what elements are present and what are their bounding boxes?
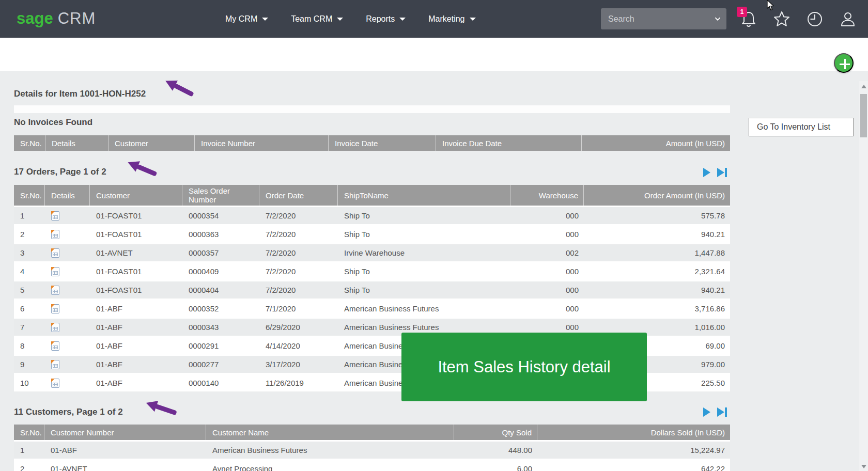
purple-arrow-icon <box>144 398 179 418</box>
table-cell: 7/2/2020 <box>259 263 338 280</box>
table-cell: 0000343 <box>182 319 259 336</box>
table-cell: 0000357 <box>182 244 259 261</box>
order-details-button[interactable] <box>45 337 90 354</box>
table-cell: 4 <box>14 263 45 280</box>
customers-pagination <box>702 407 728 417</box>
column-header: Customer Name <box>206 425 454 440</box>
table-cell: 01-ABF <box>90 319 182 336</box>
next-page-icon[interactable] <box>702 407 711 417</box>
vertical-scrollbar[interactable] <box>859 81 868 471</box>
orders-pagination <box>702 167 728 178</box>
column-header: Sr.No. <box>14 185 45 206</box>
order-details-button[interactable] <box>45 207 90 224</box>
column-header: Invoice Due Date <box>436 135 582 151</box>
invoices-heading: No Invoices Found <box>14 117 92 128</box>
table-cell: 3 <box>14 244 45 261</box>
scrollbar-thumb[interactable] <box>860 94 867 137</box>
menu-label: Team CRM <box>291 14 332 24</box>
table-cell: Ship To <box>338 281 510 299</box>
menu-reports[interactable]: Reports <box>366 14 406 24</box>
table-cell: 000 <box>510 281 584 299</box>
document-icon <box>51 323 59 332</box>
purple-arrow-icon <box>162 75 196 100</box>
table-row: 401-FOAST0100004097/2/2020Ship To0002,32… <box>14 261 730 280</box>
table-cell: 0000291 <box>182 337 259 354</box>
scroll-down-button[interactable] <box>859 462 868 471</box>
table-cell: 002 <box>510 244 584 261</box>
table-cell: 01-ABF <box>90 300 182 317</box>
document-icon <box>51 304 59 313</box>
document-icon <box>51 286 59 295</box>
add-new-button[interactable] <box>834 53 854 73</box>
triangle-up-icon <box>861 85 866 88</box>
notification-badge: 1 <box>737 7 747 17</box>
table-cell: 01-AVNET <box>44 460 206 471</box>
scroll-up-button[interactable] <box>859 82 868 91</box>
menu-label: Reports <box>366 14 395 24</box>
table-cell: 01-ABF <box>90 337 182 354</box>
table-cell: 01-FOAST01 <box>90 263 182 280</box>
table-cell: 448.00 <box>454 442 537 459</box>
customers-table: Sr.No.Customer NumberCustomer NameQty So… <box>14 425 730 471</box>
table-cell: 0000140 <box>182 374 259 391</box>
empty-invoice-strip <box>14 105 730 113</box>
orders-heading: 17 Orders, Page 1 of 2 <box>14 167 106 177</box>
sage-crm-logo[interactable]: sage CRM <box>17 9 96 28</box>
toolbar-band <box>0 38 868 71</box>
table-cell: Ship To <box>338 263 510 280</box>
table-cell: 2,321.64 <box>584 263 730 280</box>
order-details-button[interactable] <box>45 244 90 261</box>
menu-label: My CRM <box>225 14 257 24</box>
column-header: Qty Sold <box>454 425 537 440</box>
order-details-button[interactable] <box>45 319 90 336</box>
go-to-inventory-button[interactable]: Go To Inventory List <box>749 118 854 136</box>
menu-my-crm[interactable]: My CRM <box>225 14 268 24</box>
table-header-row: Sr.No.DetailsCustomerInvoice NumberInvoi… <box>14 135 730 151</box>
table-cell: 3/17/2020 <box>259 356 338 373</box>
document-icon <box>51 211 59 221</box>
table-cell: 000 <box>510 263 584 280</box>
table-cell: 6 <box>14 300 45 317</box>
search-input[interactable] <box>601 14 715 24</box>
column-header: Sr.No. <box>14 135 45 151</box>
table-cell: 01-ABF <box>44 442 206 459</box>
next-page-icon[interactable] <box>702 167 711 178</box>
menu-team-crm[interactable]: Team CRM <box>291 14 343 24</box>
table-cell: Irvine Warehouse <box>338 244 510 261</box>
order-details-button[interactable] <box>45 226 90 243</box>
clock-icon <box>807 11 823 27</box>
column-header: Customer Number <box>44 425 206 440</box>
table-cell: 01-FOAST01 <box>90 207 182 224</box>
menu-marketing[interactable]: Marketing <box>428 14 475 24</box>
order-details-button[interactable] <box>45 356 90 373</box>
table-cell: 940.21 <box>584 281 730 299</box>
order-details-button[interactable] <box>45 281 90 299</box>
table-cell: American Business Futures <box>206 442 454 459</box>
order-details-button[interactable] <box>45 300 90 317</box>
recent-button[interactable] <box>806 10 824 28</box>
table-cell: 7/1/2020 <box>259 300 338 317</box>
table-cell: Ship To <box>338 207 510 224</box>
table-cell: 5 <box>14 281 45 299</box>
order-details-button[interactable] <box>45 374 90 391</box>
favorites-button[interactable] <box>773 10 791 28</box>
notifications-button[interactable]: 1 <box>740 10 757 28</box>
column-header: Sales Order Number <box>182 185 259 206</box>
chevron-down-icon[interactable] <box>715 15 720 23</box>
table-cell: 01-FOAST01 <box>90 226 182 243</box>
table-row: 601-ABF00003527/1/2020American Business … <box>14 299 730 317</box>
chevron-down-icon <box>262 18 268 21</box>
profile-button[interactable] <box>839 10 857 28</box>
menu-label: Marketing <box>428 14 464 24</box>
table-cell: 000 <box>510 207 584 224</box>
triangle-down-icon <box>861 465 866 468</box>
order-details-button[interactable] <box>45 263 90 280</box>
table-cell: 3,716.86 <box>584 300 730 317</box>
column-header: Dollars Sold (In USD) <box>537 425 730 440</box>
invoices-table: Sr.No.DetailsCustomerInvoice NumberInvoi… <box>14 135 730 151</box>
user-icon <box>840 11 856 27</box>
last-page-icon[interactable] <box>717 407 728 417</box>
table-cell: Ship To <box>338 226 510 243</box>
table-cell: 0000277 <box>182 356 259 373</box>
last-page-icon[interactable] <box>717 167 728 178</box>
